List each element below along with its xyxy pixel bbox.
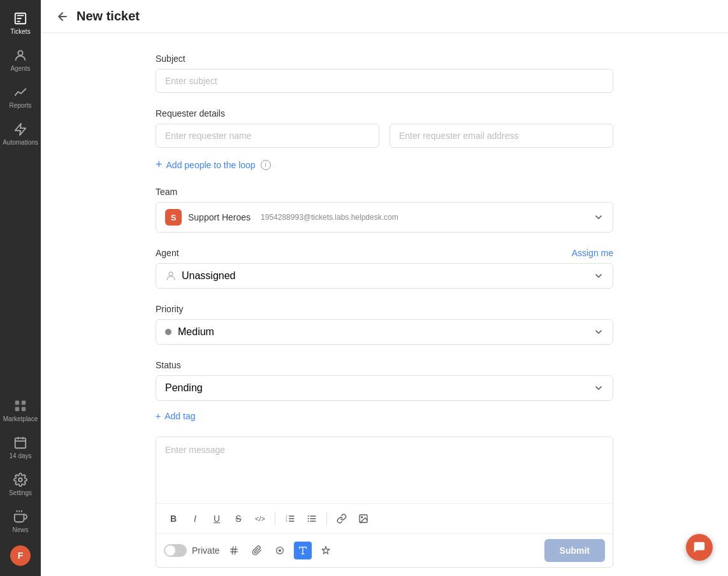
requester-label: Requester details bbox=[156, 108, 613, 119]
underline-button[interactable]: U bbox=[207, 509, 226, 528]
agent-user-icon bbox=[165, 270, 177, 282]
strikethrough-button[interactable]: S bbox=[229, 509, 248, 528]
svg-point-26 bbox=[308, 518, 309, 519]
team-field-group: Team S Support Heroes 1954288993@tickets… bbox=[156, 187, 613, 233]
sidebar-item-tickets[interactable]: Tickets bbox=[0, 5, 41, 42]
sidebar-label-tickets: Tickets bbox=[10, 28, 30, 36]
team-chevron-icon bbox=[593, 212, 604, 222]
priority-field-group: Priority Medium bbox=[156, 304, 613, 345]
settings-icon bbox=[13, 473, 27, 487]
chat-bubble[interactable] bbox=[686, 534, 713, 561]
message-input[interactable] bbox=[156, 437, 613, 501]
main-content: New ticket Subject Requester details + A… bbox=[41, 0, 728, 576]
priority-dot bbox=[165, 329, 171, 335]
status-chevron-icon bbox=[593, 383, 604, 393]
text-format-button[interactable] bbox=[294, 542, 312, 559]
add-tag-plus-icon: + bbox=[156, 411, 161, 421]
team-email: 1954288993@tickets.labs.helpdesk.com bbox=[261, 213, 398, 222]
team-dropdown[interactable]: S Support Heroes 1954288993@tickets.labs… bbox=[156, 202, 613, 233]
magic-button[interactable] bbox=[317, 542, 335, 559]
hash-icon bbox=[229, 545, 239, 556]
subject-field-group: Subject bbox=[156, 54, 613, 93]
svg-point-29 bbox=[361, 517, 363, 518]
back-button[interactable] bbox=[56, 10, 69, 23]
page-header: New ticket bbox=[41, 0, 728, 33]
requester-email-input[interactable] bbox=[389, 124, 613, 148]
image-button[interactable] bbox=[354, 509, 373, 528]
toolbar-separator-1 bbox=[275, 512, 275, 525]
agent-header: Agent Assign me bbox=[156, 248, 613, 258]
ticket-form: Subject Requester details + Add people t… bbox=[41, 33, 728, 576]
svg-point-35 bbox=[279, 549, 281, 552]
add-tag-label: Add tag bbox=[164, 411, 195, 421]
team-label: Team bbox=[156, 187, 613, 197]
magic-icon bbox=[321, 545, 331, 556]
ordered-list-icon: 1 2 3 bbox=[285, 514, 295, 524]
sidebar-label-marketplace: Marketplace bbox=[3, 415, 38, 423]
sidebar-item-agents[interactable]: Agents bbox=[0, 42, 41, 79]
bold-button[interactable]: B bbox=[164, 509, 183, 528]
add-people-label: Add people to the loop bbox=[166, 160, 256, 170]
attachment-button[interactable] bbox=[248, 542, 266, 559]
sidebar-item-automations[interactable]: Automations bbox=[0, 116, 41, 153]
add-tag-button[interactable]: + Add tag bbox=[156, 411, 613, 421]
requester-field-group: Requester details bbox=[156, 108, 613, 148]
submit-button[interactable]: Submit bbox=[544, 539, 605, 562]
calendar-icon bbox=[13, 436, 27, 450]
toolbar-separator-2 bbox=[326, 512, 327, 525]
record-button[interactable] bbox=[271, 542, 289, 559]
svg-rect-4 bbox=[22, 401, 25, 405]
user-avatar[interactable]: F bbox=[10, 545, 31, 566]
hash-button[interactable] bbox=[225, 542, 243, 559]
sidebar-label-news: News bbox=[12, 526, 28, 534]
priority-dropdown[interactable]: Medium bbox=[156, 319, 613, 345]
image-icon bbox=[358, 514, 368, 524]
italic-button[interactable]: I bbox=[186, 509, 205, 528]
message-area: B I U S </> 1 2 3 bbox=[156, 436, 613, 568]
record-icon bbox=[275, 545, 285, 556]
marketplace-icon bbox=[13, 399, 27, 413]
subject-input[interactable] bbox=[156, 69, 613, 93]
info-icon[interactable]: i bbox=[261, 160, 271, 170]
svg-text:3: 3 bbox=[286, 519, 288, 522]
priority-label: Priority bbox=[156, 304, 613, 314]
sidebar-label-days: 14 days bbox=[9, 452, 31, 460]
private-toggle-switch[interactable] bbox=[164, 544, 187, 557]
team-avatar: S bbox=[165, 209, 182, 226]
agent-value: Unassigned bbox=[182, 270, 236, 282]
sidebar-item-news[interactable]: News bbox=[0, 503, 41, 540]
status-label: Status bbox=[156, 360, 613, 370]
agent-dropdown[interactable]: Unassigned bbox=[156, 263, 613, 289]
plus-icon: + bbox=[156, 158, 163, 171]
status-dropdown[interactable]: Pending bbox=[156, 375, 613, 401]
unordered-list-button[interactable] bbox=[302, 509, 321, 528]
requester-row bbox=[156, 124, 613, 148]
private-toggle[interactable]: Private bbox=[164, 544, 220, 557]
sidebar-item-marketplace[interactable]: Marketplace bbox=[0, 392, 41, 429]
news-icon bbox=[13, 510, 27, 524]
automations-icon bbox=[13, 122, 27, 136]
link-button[interactable] bbox=[332, 509, 351, 528]
svg-point-27 bbox=[308, 521, 309, 522]
add-people-button[interactable]: + Add people to the loop i bbox=[156, 158, 613, 171]
sidebar-item-days[interactable]: 14 days bbox=[0, 429, 41, 466]
subject-label: Subject bbox=[156, 54, 613, 64]
ordered-list-button[interactable]: 1 2 3 bbox=[280, 509, 300, 528]
requester-name-input[interactable] bbox=[156, 124, 379, 148]
sidebar-item-settings[interactable]: Settings bbox=[0, 466, 41, 503]
assign-me-button[interactable]: Assign me bbox=[572, 248, 613, 258]
team-select-left: S Support Heroes 1954288993@tickets.labs… bbox=[165, 209, 398, 226]
svg-point-15 bbox=[169, 272, 173, 276]
team-name: Support Heroes bbox=[188, 212, 251, 222]
tickets-icon bbox=[13, 11, 27, 25]
svg-rect-6 bbox=[22, 407, 25, 411]
svg-marker-2 bbox=[15, 124, 26, 135]
private-toggle-label: Private bbox=[192, 545, 220, 556]
status-field-group: Status Pending bbox=[156, 360, 613, 401]
agent-label: Agent bbox=[156, 248, 179, 258]
link-icon bbox=[337, 514, 347, 524]
code-button[interactable]: </> bbox=[251, 509, 270, 528]
unordered-list-icon bbox=[307, 514, 317, 524]
svg-rect-3 bbox=[15, 401, 19, 405]
sidebar-item-reports[interactable]: Reports bbox=[0, 79, 41, 116]
